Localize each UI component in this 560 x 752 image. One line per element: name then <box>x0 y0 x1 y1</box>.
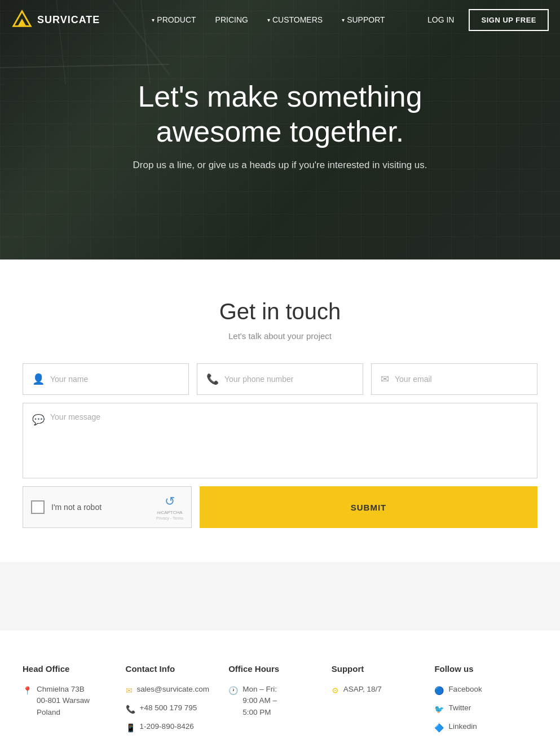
email-field-wrap: ✉ <box>371 363 537 395</box>
footer-facebook[interactable]: 🔵 Facebook <box>434 684 526 697</box>
nav-product[interactable]: ▾ PRODUCT <box>145 11 202 29</box>
nav-support-label: SUPPORT <box>347 15 385 24</box>
footer-phone1: 📞 +48 500 179 795 <box>126 702 218 715</box>
twitter-icon: 🐦 <box>434 703 444 715</box>
footer-social-title: Follow us <box>434 664 526 674</box>
footer-col-hours: Office Hours 🕐 Mon – Fri: 9:00 AM – 5:00… <box>228 664 332 740</box>
contact-section: Get in touch Let's talk about your proje… <box>0 260 560 562</box>
login-button[interactable]: LOG IN <box>418 11 463 29</box>
email-icon: ✉ <box>381 373 389 385</box>
footer-address: 📍 Chmielna 73B 00-801 Warsaw Poland <box>23 684 114 718</box>
footer-email: ✉ sales@survicate.com <box>126 684 218 697</box>
hero-subtitle: Drop us a line, or give us a heads up if… <box>0 160 560 171</box>
nav-pricing-label: PRICING <box>215 15 248 24</box>
recaptcha-brand: reCAPTCHA <box>157 510 182 515</box>
signup-button[interactable]: SIGN UP FREE <box>469 9 549 31</box>
email-input[interactable] <box>395 375 528 384</box>
submit-button[interactable]: SUBMIT <box>200 486 537 528</box>
footer-support-info: ⚙ ASAP, 18/7 <box>332 684 424 697</box>
recaptcha-privacy: Privacy - Terms <box>156 516 183 520</box>
footer-inner: Head Office 📍 Chmielna 73B 00-801 Warsaw… <box>23 664 537 740</box>
form-row-top: 👤 📞 ✉ <box>23 363 537 395</box>
logo-text: SURVICATE <box>37 14 100 26</box>
footer-col-support: Support ⚙ ASAP, 18/7 <box>332 664 435 740</box>
phone1-icon: 📞 <box>126 703 135 715</box>
recaptcha-widget[interactable]: I'm not a robot ↺ reCAPTCHA Privacy - Te… <box>23 486 192 528</box>
nav-support[interactable]: ▾ SUPPORT <box>335 11 391 29</box>
message-icon: 💬 <box>32 414 45 426</box>
footer-hours-line1: Mon – Fri: <box>242 684 277 695</box>
footer-linkedin[interactable]: 🔷 Linkedin <box>434 721 526 734</box>
person-icon: 👤 <box>32 373 45 385</box>
footer-twitter-link[interactable]: Twitter <box>448 702 471 714</box>
footer: Head Office 📍 Chmielna 73B 00-801 Warsaw… <box>0 630 560 752</box>
name-input[interactable] <box>50 375 179 384</box>
footer-address-line3: Poland <box>37 707 90 718</box>
footer-office-title: Head Office <box>23 664 114 674</box>
nav-pricing[interactable]: PRICING <box>209 11 255 29</box>
logo-link[interactable]: SURVICATE <box>11 9 100 30</box>
clock-icon: 🕐 <box>228 685 238 697</box>
footer-phone2: 📱 1-209-890-8426 <box>126 721 218 734</box>
footer-facebook-link[interactable]: Facebook <box>448 684 482 695</box>
product-caret: ▾ <box>152 17 155 23</box>
nav-customers-label: CUSTOMERS <box>272 15 323 24</box>
linkedin-icon: 🔷 <box>434 722 444 734</box>
gear-icon: ⚙ <box>332 685 339 697</box>
nav-product-label: PRODUCT <box>157 15 196 24</box>
pin-icon: 📍 <box>23 685 32 697</box>
message-field-wrap: 💬 <box>23 403 537 478</box>
footer-phone1-text: +48 500 179 795 <box>140 702 197 714</box>
recaptcha-icon: ↺ <box>165 494 175 509</box>
phone-field-wrap: 📞 <box>197 363 363 395</box>
footer-col-contact: Contact Info ✉ sales@survicate.com 📞 +48… <box>126 664 229 740</box>
phone-input[interactable] <box>224 375 354 384</box>
customers-caret: ▾ <box>267 17 270 23</box>
form-bottom-row: I'm not a robot ↺ reCAPTCHA Privacy - Te… <box>23 486 537 528</box>
footer-col-office: Head Office 📍 Chmielna 73B 00-801 Warsaw… <box>23 664 126 740</box>
footer-linkedin-link[interactable]: Linkedin <box>448 721 477 732</box>
contact-heading: Get in touch <box>23 299 537 324</box>
logo-icon <box>11 9 33 30</box>
recaptcha-logo: ↺ reCAPTCHA Privacy - Terms <box>156 494 183 520</box>
footer-col-social: Follow us 🔵 Facebook 🐦 Twitter 🔷 Linkedi… <box>434 664 537 740</box>
footer-hours-line3: 5:00 PM <box>242 707 277 718</box>
navbar: SURVICATE ▾ PRODUCT PRICING ▾ CUSTOMERS … <box>0 0 560 39</box>
navbar-right: LOG IN SIGN UP FREE <box>418 9 549 31</box>
footer-phone2-text: 1-209-890-8426 <box>140 721 194 732</box>
recaptcha-label: I'm not a robot <box>51 503 149 512</box>
phone-icon: 📞 <box>206 373 219 385</box>
facebook-icon: 🔵 <box>434 685 444 697</box>
nav-menu: ▾ PRODUCT PRICING ▾ CUSTOMERS ▾ SUPPORT <box>145 11 391 29</box>
footer-support-title: Support <box>332 664 424 674</box>
hero-title: Let's make something awesome together. <box>77 79 483 149</box>
gray-divider-section <box>0 562 560 630</box>
footer-hours-title: Office Hours <box>228 664 320 674</box>
nav-customers[interactable]: ▾ CUSTOMERS <box>261 11 329 29</box>
name-field-wrap: 👤 <box>23 363 189 395</box>
footer-hours: 🕐 Mon – Fri: 9:00 AM – 5:00 PM <box>228 684 320 718</box>
contact-subheading: Let's talk about your project <box>23 331 537 341</box>
footer-email-link[interactable]: sales@survicate.com <box>137 684 210 695</box>
footer-twitter[interactable]: 🐦 Twitter <box>434 702 526 715</box>
footer-support-text: ASAP, 18/7 <box>343 684 382 695</box>
footer-address-line2: 00-801 Warsaw <box>37 695 90 706</box>
footer-contact-title: Contact Info <box>126 664 218 674</box>
message-input[interactable] <box>50 412 528 469</box>
footer-hours-line2: 9:00 AM – <box>242 695 277 706</box>
recaptcha-checkbox[interactable] <box>31 500 45 514</box>
envelope-icon: ✉ <box>126 685 133 697</box>
footer-address-line1: Chmielna 73B <box>37 684 90 695</box>
phone2-icon: 📱 <box>126 722 135 734</box>
support-caret: ▾ <box>342 17 345 23</box>
